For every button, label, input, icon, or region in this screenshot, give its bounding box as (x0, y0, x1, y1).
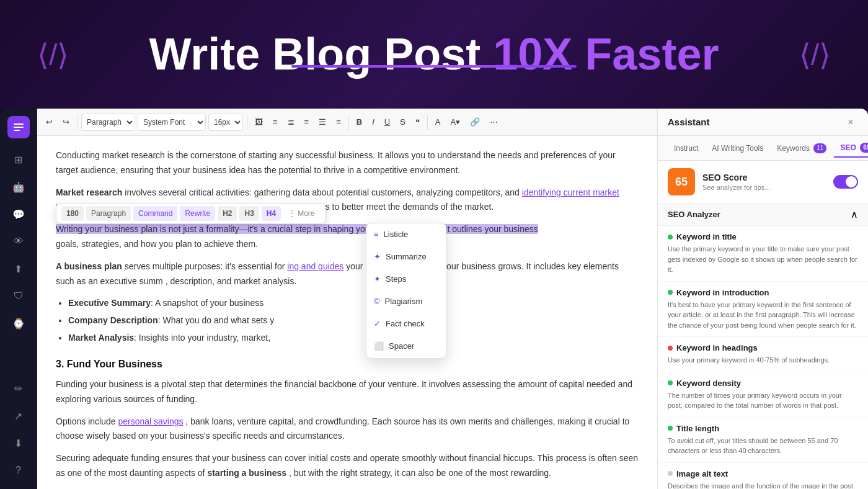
seo-item-6-title: Image alt text (668, 469, 858, 478)
inline-h2-btn[interactable]: H2 (218, 206, 237, 221)
sidebar-icon-clock[interactable]: ⌚ (7, 312, 30, 334)
image-button[interactable]: 🖼 (251, 114, 267, 131)
quote-button[interactable]: ❝ (412, 114, 423, 131)
sidebar-icon-chat[interactable]: 💬 (7, 203, 30, 225)
inline-command-btn[interactable]: Command (133, 206, 177, 221)
link-button[interactable]: 🔗 (466, 114, 484, 131)
bp-rest: serves multiple purposes: it's essential… (125, 261, 285, 271)
svg-rect-2 (14, 130, 20, 131)
bold-button[interactable]: B (353, 114, 366, 131)
font-select[interactable]: System Font (138, 114, 206, 131)
context-summarize[interactable]: ✦ Summarize (366, 246, 446, 268)
context-spacer[interactable]: ⬜ Spacer (366, 335, 446, 357)
seo-analyzer-header: SEO Analyzer ∧ (658, 204, 868, 226)
seo-item-keyword-intro: Keyword in introduction It's best to hav… (658, 282, 868, 338)
context-plagiarism-label: Plagiarism (385, 295, 423, 308)
hero-banner: ⟨/⟩ Write Blog Post 10X Faster ⟨/⟩ (0, 0, 868, 109)
score-info: SEO Score See analyzer for tips... (702, 173, 826, 191)
svg-rect-0 (14, 123, 24, 125)
undo-button[interactable]: ↩ (42, 114, 56, 131)
seo-item-5-desc: To avoid cut off, your titles should be … (668, 436, 858, 456)
editor-toolbar: ↩ ↪ Paragraph Heading 1 Heading 2 Headin… (37, 109, 657, 136)
inline-rewrite-btn[interactable]: Rewrite (180, 206, 215, 221)
sidebar-icon-eye[interactable]: 👁 (7, 230, 30, 253)
section3-p2-start: Options include (56, 416, 118, 426)
sidebar-icon-export[interactable]: ⬆ (7, 258, 30, 280)
seo-item-4-dot (668, 380, 673, 385)
sidebar-icon-share[interactable]: ↗ (7, 405, 30, 427)
list-ul-button[interactable]: ≡ (269, 114, 281, 131)
sidebar-icon-edit[interactable]: ✏ (7, 377, 30, 400)
sidebar-icon-shield[interactable]: 🛡 (7, 285, 30, 307)
steps-icon: ✦ (374, 272, 381, 286)
context-listicle[interactable]: ≡ Listicle (366, 223, 446, 246)
spacer-icon: ⬜ (374, 339, 384, 353)
seo-item-2-dot (668, 290, 673, 295)
context-listicle-label: Listicle (384, 228, 409, 241)
sidebar-icon-robot[interactable]: 🤖 (7, 176, 30, 198)
inline-h4-btn[interactable]: H4 (262, 206, 281, 221)
font-color-button[interactable]: A (432, 114, 445, 131)
inline-num: 180 (61, 206, 84, 221)
right-panel: Assistant × Instruct AI Writing Tools Ke… (657, 109, 868, 489)
sidebar-logo[interactable] (7, 116, 30, 138)
sidebar-icon-download[interactable]: ⬇ (7, 432, 30, 454)
sidebar-icon-grid[interactable]: ⊞ (7, 148, 30, 171)
context-steps[interactable]: ✦ Steps (366, 268, 446, 290)
sidebar-icon-help[interactable]: ? (7, 459, 30, 482)
editor-content[interactable]: 180 Paragraph Command Rewrite H2 H3 H4 ⋮… (37, 136, 657, 489)
align-center-button[interactable]: ☰ (315, 114, 330, 131)
highlight-button[interactable]: A▾ (447, 114, 464, 131)
seo-item-image-alt: Image alt text Describes the image and t… (658, 463, 868, 490)
align-left-button[interactable]: ≡ (301, 114, 313, 131)
list-ol-button[interactable]: ≣ (284, 114, 298, 131)
seo-item-6-dot (668, 471, 673, 476)
score-label: SEO Score (702, 173, 826, 182)
seo-item-1-dot (668, 235, 673, 240)
seo-item-2-desc: It's best to have your primary keyword i… (668, 300, 858, 331)
inline-more-btn[interactable]: ⋮ More (283, 206, 319, 221)
context-factcheck-label: Fact check (386, 317, 425, 331)
bp-list-item-3: Market Analysis: Insights into your indu… (68, 331, 639, 346)
panel-header: Assistant × (658, 109, 868, 136)
paragraph-select[interactable]: Paragraph Heading 1 Heading 2 Heading 3 (81, 114, 135, 131)
context-plagiarism[interactable]: © Plagiarism (366, 290, 446, 313)
seo-toggle[interactable] (833, 175, 858, 189)
factcheck-icon: ✓ (374, 317, 381, 331)
more-button[interactable]: ⋯ (486, 114, 502, 131)
editor-highlighted-para: Writing your business plan is not just a… (56, 222, 639, 252)
tab-instruct[interactable]: Instruct (668, 140, 704, 156)
hero-underline (291, 65, 577, 68)
strike-button[interactable]: S (396, 114, 409, 131)
section3-p3-end: , but with the right strategy, it can al… (289, 468, 551, 478)
seo-item-1-title: Keyword in title (668, 232, 858, 241)
tab-ai-writing[interactable]: AI Writing Tools (706, 140, 769, 156)
bp-link[interactable]: ing and guides (287, 261, 343, 271)
context-factcheck[interactable]: ✓ Fact check (366, 313, 446, 335)
app-container: ⊞ 🤖 💬 👁 ⬆ 🛡 ⌚ ✏ ↗ ⬇ ? ↩ ↪ Paragraph Head… (0, 109, 868, 489)
redo-button[interactable]: ↪ (59, 114, 73, 131)
align-right-button[interactable]: ≡ (332, 114, 345, 131)
panel-close-button[interactable]: × (843, 115, 858, 130)
underline-button[interactable]: U (381, 114, 394, 131)
editor-area: ↩ ↪ Paragraph Heading 1 Heading 2 Headin… (37, 109, 657, 489)
size-select[interactable]: 16px (208, 114, 243, 131)
hero-title-part1: Write Blog Post (149, 29, 494, 79)
deco-left: ⟨/⟩ (37, 37, 69, 72)
svg-rect-1 (14, 127, 24, 128)
seo-item-3-desc: Use your primary keyword in 40-75% of su… (668, 355, 858, 366)
seo-item-keyword-title: Keyword in title Use the primary keyword… (658, 226, 868, 282)
seo-item-keyword-density: Keyword density The number of times your… (658, 372, 868, 418)
section3-para3: Securing adequate funding ensures that y… (56, 451, 639, 481)
inline-h3-btn[interactable]: H3 (239, 206, 259, 221)
editor-bp-para: A business plan serves multiple purposes… (56, 259, 639, 289)
tab-keywords[interactable]: Keywords 11 (771, 140, 833, 157)
italic-button[interactable]: I (368, 114, 378, 131)
section3-para1: Funding your business is a pivotal step … (56, 377, 639, 407)
inline-paragraph-btn[interactable]: Paragraph (86, 206, 131, 221)
seo-analyzer-chevron: ∧ (851, 209, 858, 220)
tab-seo[interactable]: SEO 65 (834, 139, 868, 158)
personal-savings-link[interactable]: personal savings (118, 416, 183, 426)
hero-title-accent: 10X Faster (493, 29, 719, 79)
context-summarize-label: Summarize (386, 250, 427, 264)
